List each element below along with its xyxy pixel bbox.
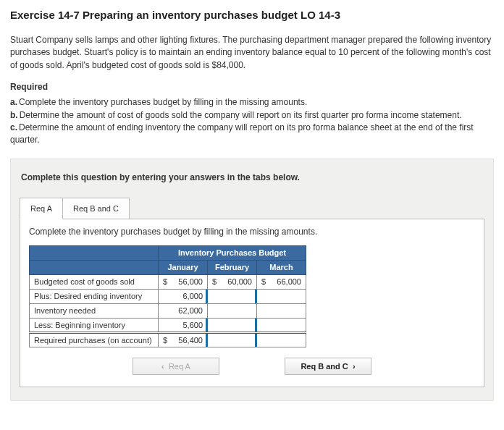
begin-feb[interactable] [208,318,257,332]
prev-tab-label: Req A [169,362,190,371]
cell-value: 60,000 [227,277,252,286]
currency-symbol: $ [163,336,167,345]
required-item-a: a.Complete the inventory purchases budge… [10,96,494,109]
table-title: Inventory Purchases Budget [159,245,306,260]
row-budgeted-cogs: Budgeted cost of goods sold $56,000 $60,… [30,274,306,289]
col-february: February [208,260,257,274]
need-jan[interactable]: 62,000 [159,303,208,318]
row-label: Plus: Desired ending inventory [30,289,159,303]
tab-req-b-and-c[interactable]: Req B and C [63,198,130,219]
currency-symbol: $ [261,277,266,286]
row-label: Less: Beginning inventory [30,318,159,332]
row-desired-ending-inventory: Plus: Desired ending inventory 6,000 [30,289,306,303]
col-january: January [159,260,208,274]
tab-bar: Req A Req B and C [20,197,484,219]
required-b-label: b. [10,110,18,120]
required-a-label: a. [10,97,17,107]
tab-req-a[interactable]: Req A [20,198,63,219]
tab-body-req-a: Complete the inventory purchases budget … [20,219,484,387]
prev-tab-button[interactable]: ‹ Req A [133,358,219,375]
cell-value: 56,400 [178,336,203,345]
exercise-title: Exercise 14-7 Preparing an inventory pur… [10,9,494,21]
cell-value: 56,000 [178,277,203,286]
cell-value: 66,000 [277,277,301,286]
required-item-b: b.Determine the amount of cost of goods … [10,109,494,122]
begin-jan[interactable]: 5,600 [159,318,208,332]
chevron-left-icon: ‹ [161,362,164,371]
cell-value: 62,000 [178,306,203,315]
begin-mar[interactable] [257,318,306,332]
inventory-purchases-budget-table: Inventory Purchases Budget January Febru… [29,245,306,347]
cogs-feb[interactable]: $60,000 [208,274,257,289]
dei-jan[interactable]: 6,000 [159,289,208,303]
required-c-label: c. [10,122,17,132]
need-feb[interactable] [208,303,257,318]
row-label: Required purchases (on account) [30,332,159,347]
required-c-text: Determine the amount of ending inventory… [10,122,474,145]
need-mar[interactable] [257,303,306,318]
row-label: Inventory needed [30,303,159,318]
tab-subheading: Complete the inventory purchases budget … [29,227,475,237]
required-b-text: Determine the amount of cost of goods so… [20,110,462,120]
currency-symbol: $ [212,277,217,286]
required-list: a.Complete the inventory purchases budge… [10,96,494,147]
panel-instruction: Complete this question by entering your … [21,172,484,182]
cell-value: 5,600 [182,321,203,329]
currency-symbol: $ [163,277,167,286]
required-heading: Required [10,82,494,92]
table-corner-blank [30,245,159,260]
reqp-jan[interactable]: $56,400 [159,332,208,347]
col-march: March [257,260,306,274]
dei-mar[interactable] [257,289,306,303]
row-inventory-needed: Inventory needed 62,000 [30,303,306,318]
cell-value: 6,000 [182,292,203,300]
dei-feb[interactable] [208,289,257,303]
next-tab-label: Req B and C [301,362,348,371]
cogs-mar[interactable]: $66,000 [257,274,306,289]
required-item-c: c.Determine the amount of ending invento… [10,122,494,147]
reqp-mar[interactable] [257,332,306,347]
row-required-purchases: Required purchases (on account) $56,400 [30,332,306,347]
chevron-right-icon: › [353,362,356,371]
row-beginning-inventory: Less: Beginning inventory 5,600 [30,318,306,332]
cogs-jan[interactable]: $56,000 [159,274,208,289]
row-label: Budgeted cost of goods sold [30,274,159,289]
reqp-feb[interactable] [208,332,257,347]
next-tab-button[interactable]: Req B and C › [285,358,371,375]
answer-panel: Complete this question by entering your … [10,159,494,401]
table-rowlabel-header [30,260,159,274]
intro-paragraph: Stuart Company sells lamps and other lig… [10,34,494,72]
nav-button-row: ‹ Req A Req B and C › [29,358,475,375]
required-a-text: Complete the inventory purchases budget … [19,97,307,107]
